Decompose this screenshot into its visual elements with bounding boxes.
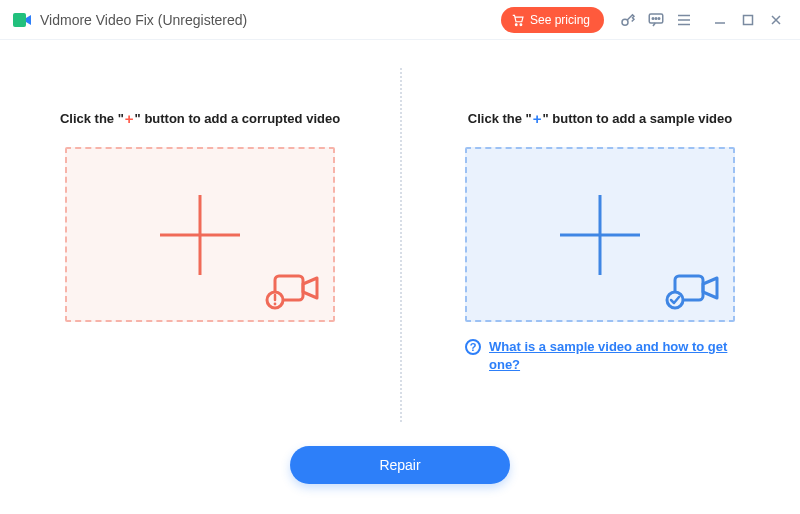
svg-rect-8 (744, 15, 753, 24)
add-corrupted-dropzone[interactable] (65, 147, 335, 322)
maximize-button[interactable] (734, 6, 762, 34)
caption-text: " button to add a corrupted video (135, 111, 341, 126)
key-icon[interactable] (614, 6, 642, 34)
window-title: Vidmore Video Fix (Unregistered) (40, 12, 247, 28)
minimize-button[interactable] (706, 6, 734, 34)
svg-point-6 (655, 17, 657, 19)
repair-button[interactable]: Repair (290, 446, 510, 484)
sample-help-link[interactable]: What is a sample video and how to get on… (489, 338, 735, 373)
plus-icon (560, 195, 640, 275)
main-area: Click the " + " button to add a corrupte… (0, 40, 800, 514)
svg-point-7 (658, 17, 660, 19)
see-pricing-label: See pricing (530, 13, 590, 27)
panel-divider (400, 68, 402, 422)
camera-alert-icon (265, 270, 321, 310)
camera-check-icon (665, 270, 721, 310)
caption-text: " button to add a sample video (543, 111, 733, 126)
svg-point-3 (622, 19, 628, 25)
close-button[interactable] (762, 6, 790, 34)
plus-icon: + (533, 110, 542, 127)
sample-caption: Click the " + " button to add a sample v… (468, 110, 732, 127)
app-logo (12, 10, 32, 30)
panels: Click the " + " button to add a corrupte… (0, 40, 800, 440)
corrupted-caption: Click the " + " button to add a corrupte… (60, 110, 340, 127)
add-sample-dropzone[interactable] (465, 147, 735, 322)
corrupted-video-panel: Click the " + " button to add a corrupte… (0, 60, 400, 430)
titlebar: Vidmore Video Fix (Unregistered) See pri… (0, 0, 800, 40)
svg-point-1 (515, 23, 517, 25)
svg-rect-0 (13, 13, 26, 27)
plus-icon: + (125, 110, 134, 127)
caption-text: Click the " (468, 111, 532, 126)
repair-label: Repair (379, 457, 420, 473)
svg-point-2 (520, 23, 522, 25)
svg-point-12 (274, 303, 277, 306)
svg-point-5 (652, 17, 654, 19)
see-pricing-button[interactable]: See pricing (501, 7, 604, 33)
help-row: ? What is a sample video and how to get … (465, 338, 735, 373)
feedback-icon[interactable] (642, 6, 670, 34)
sample-video-panel: Click the " + " button to add a sample v… (400, 60, 800, 430)
help-icon: ? (465, 339, 481, 355)
plus-icon (160, 195, 240, 275)
menu-icon[interactable] (670, 6, 698, 34)
footer: Repair (0, 440, 800, 514)
cart-icon (511, 13, 525, 27)
caption-text: Click the " (60, 111, 124, 126)
